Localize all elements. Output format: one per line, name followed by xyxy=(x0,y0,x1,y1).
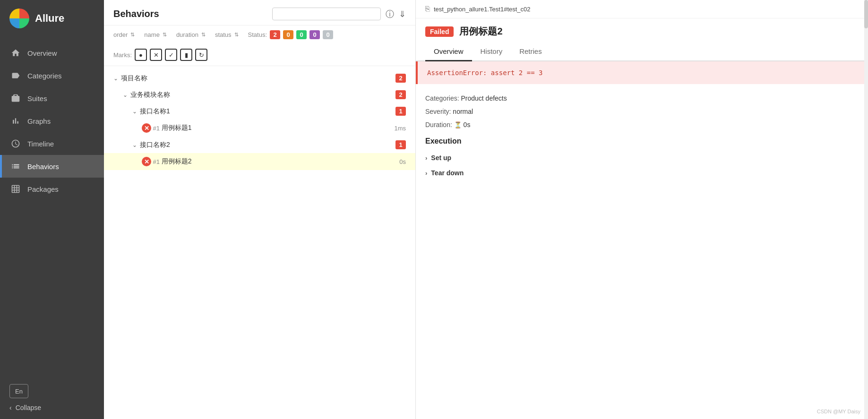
name-sort-icon: ⇅ xyxy=(163,32,167,38)
filter-order[interactable]: order ⇅ xyxy=(113,31,135,38)
duration-clock-icon: ⏳ xyxy=(454,121,462,128)
project-badge: 2 xyxy=(395,74,406,83)
collapse-label: Collapse xyxy=(16,404,41,411)
sidebar-item-packages[interactable]: Packages xyxy=(0,178,104,200)
interface1-label: 接口名称1 xyxy=(140,107,392,116)
filter-bar: order ⇅ name ⇅ duration ⇅ status ⇅ Statu… xyxy=(104,26,415,66)
tree-test-item-2[interactable]: ✕ #1 用例标题2 0s xyxy=(104,153,415,170)
detail-test-title: 用例标题2 xyxy=(459,25,502,38)
tab-history[interactable]: History xyxy=(472,43,511,61)
logo-text: Allure xyxy=(35,12,64,25)
execution-section: Execution › Set up › Tear down xyxy=(416,131,868,180)
project-label: 项目名称 xyxy=(121,74,392,83)
test1-num: #1 xyxy=(151,125,162,132)
main-content: Behaviors ⓘ ⇓ order ⇅ name ⇅ durat xyxy=(104,0,868,419)
test1-name: 用例标题1 xyxy=(162,124,192,132)
grid-icon xyxy=(10,184,21,194)
sidebar-item-categories[interactable]: Categories xyxy=(0,64,104,87)
status-badge-passed[interactable]: 0 xyxy=(296,30,307,39)
sidebar-item-graphs[interactable]: Graphs xyxy=(0,110,104,132)
module-badge: 2 xyxy=(395,90,406,99)
failed-badge: Failed xyxy=(425,26,454,37)
test1-fail-icon: ✕ xyxy=(142,123,151,133)
tag-icon xyxy=(10,70,21,81)
error-message: AssertionError: assert 2 == 3 xyxy=(427,69,542,77)
behaviors-title: Behaviors xyxy=(113,9,159,19)
duration-value: 0s xyxy=(464,121,471,128)
meta-severity: Severity: normal xyxy=(425,105,859,118)
teardown-chevron-icon: › xyxy=(425,170,427,177)
status-label: status xyxy=(215,31,232,38)
detail-body: AssertionError: assert 2 == 3 Categories… xyxy=(416,61,868,419)
mark-icon-4[interactable]: ▮ xyxy=(180,49,192,61)
logo-area: Allure xyxy=(0,0,104,37)
download-button[interactable]: ⇓ xyxy=(399,9,406,19)
detail-path: test_python_allure1.Test1#test_c02 xyxy=(434,6,531,13)
filter-duration[interactable]: duration ⇅ xyxy=(176,31,206,38)
sidebar-label-packages: Packages xyxy=(27,185,59,193)
sidebar-label-timeline: Timeline xyxy=(27,140,54,148)
expand-module-icon: ⌄ xyxy=(123,92,128,98)
status-badge-failed[interactable]: 2 xyxy=(270,30,280,39)
copy-icon[interactable]: ⎘ xyxy=(425,5,430,13)
filter-status[interactable]: status ⇅ xyxy=(215,31,239,38)
marks-section: Marks: ● ✕ ✓ ▮ ↻ xyxy=(113,49,207,61)
scrollbar-thumb[interactable] xyxy=(864,0,868,28)
mark-icon-3[interactable]: ✓ xyxy=(165,49,177,61)
meta-duration: Duration: ⏳ 0s xyxy=(425,118,859,131)
tree-group-project[interactable]: ⌄ 项目名称 2 xyxy=(104,70,415,86)
mark-icon-2[interactable]: ✕ xyxy=(150,49,162,61)
bar-chart-icon xyxy=(10,116,21,126)
tree-test-item-1[interactable]: ✕ #1 用例标题1 1ms xyxy=(104,120,415,137)
sidebar-label-graphs: Graphs xyxy=(27,117,51,125)
status-badge-unknown[interactable]: 0 xyxy=(309,30,320,39)
filter-name[interactable]: name ⇅ xyxy=(144,31,167,38)
execution-title: Execution xyxy=(425,137,859,145)
tree-group-module[interactable]: ⌄ 业务模块名称 2 xyxy=(104,86,415,103)
tree-group-interface1[interactable]: ⌄ 接口名称1 1 xyxy=(104,103,415,120)
home-icon xyxy=(10,48,21,58)
search-input[interactable] xyxy=(272,8,381,20)
duration-label: duration xyxy=(176,31,198,38)
interface1-badge: 1 xyxy=(395,107,406,116)
mark-icon-1[interactable]: ● xyxy=(135,49,147,61)
categories-value: Product defects xyxy=(461,94,507,102)
tab-overview[interactable]: Overview xyxy=(425,43,472,61)
severity-key: Severity: xyxy=(425,108,451,115)
execution-teardown[interactable]: › Tear down xyxy=(425,165,859,180)
tree-group-interface2[interactable]: ⌄ 接口名称2 1 xyxy=(104,137,415,153)
test2-duration: 0s xyxy=(399,158,406,165)
info-button[interactable]: ⓘ xyxy=(386,9,394,20)
scrollbar-track xyxy=(864,0,868,419)
detail-meta: Categories: Product defects Severity: no… xyxy=(416,84,868,131)
detail-title-row: Failed 用例标题2 xyxy=(416,18,868,43)
sidebar-item-timeline[interactable]: Timeline xyxy=(0,132,104,155)
sidebar-item-behaviors[interactable]: Behaviors xyxy=(0,155,104,178)
expand-interface1-icon: ⌄ xyxy=(132,108,137,115)
sidebar-item-suites[interactable]: Suites xyxy=(0,87,104,110)
expand-interface2-icon: ⌄ xyxy=(132,142,137,148)
meta-categories: Categories: Product defects xyxy=(425,92,859,105)
execution-setup[interactable]: › Set up xyxy=(425,150,859,165)
allure-logo-icon xyxy=(9,9,29,28)
status-badge-broken[interactable]: 0 xyxy=(283,30,293,39)
module-label: 业务模块名称 xyxy=(130,91,392,99)
detail-panel: ⎘ test_python_allure1.Test1#test_c02 Fai… xyxy=(416,0,868,419)
tab-retries[interactable]: Retries xyxy=(511,43,550,61)
chevron-left-icon: ‹ xyxy=(9,404,12,411)
expand-project-icon: ⌄ xyxy=(113,75,118,82)
sidebar-item-overview[interactable]: Overview xyxy=(0,42,104,64)
sidebar-nav: Overview Categories Suites Graphs xyxy=(0,37,104,376)
language-button[interactable]: En xyxy=(9,384,28,398)
status-badge-skipped[interactable]: 0 xyxy=(323,30,333,39)
marks-prefix: Marks: xyxy=(113,51,132,59)
mark-icon-5[interactable]: ↻ xyxy=(195,49,207,61)
error-block: AssertionError: assert 2 == 3 xyxy=(416,61,868,84)
collapse-button[interactable]: ‹ Collapse xyxy=(9,404,95,411)
behaviors-panel: Behaviors ⓘ ⇓ order ⇅ name ⇅ durat xyxy=(104,0,416,419)
sidebar-label-suites: Suites xyxy=(27,94,47,103)
test2-fail-icon: ✕ xyxy=(142,157,151,166)
name-label: name xyxy=(144,31,160,38)
status-sort-icon: ⇅ xyxy=(234,32,239,38)
sidebar-label-overview: Overview xyxy=(27,49,57,57)
